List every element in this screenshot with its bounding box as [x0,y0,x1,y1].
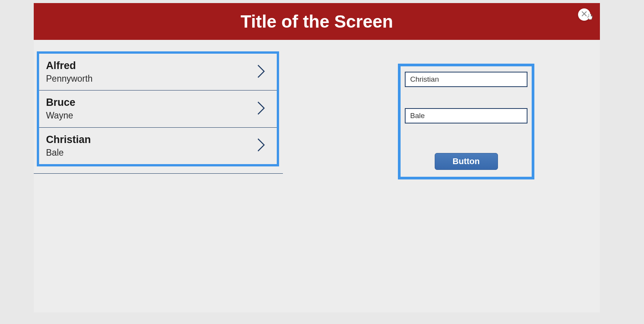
header: Title of the Screen [34,3,600,40]
close-button[interactable] [578,8,590,21]
divider [34,173,283,174]
screen-container: Title of the Screen Alfred Pennyworth Br… [34,3,600,312]
first-name-field[interactable] [405,72,527,87]
close-icon [582,11,587,18]
list-item-text: Alfred Pennyworth [46,59,92,85]
chevron-right-icon [257,101,265,117]
form-panel: Button [398,64,534,179]
last-name-field[interactable] [405,108,527,123]
list-item[interactable]: Alfred Pennyworth [39,54,277,90]
list-item-text: Bruce Wayne [46,96,76,122]
chevron-right-icon [257,64,265,80]
list-item[interactable]: Bruce Wayne [39,90,277,127]
body-area: Alfred Pennyworth Bruce Wayne Christ [34,40,600,312]
list-item-text: Christian Bale [46,133,91,159]
list-item-primary: Bruce [46,96,76,109]
list-item-secondary: Bale [46,146,91,159]
list-panel: Alfred Pennyworth Bruce Wayne Christ [37,51,279,166]
list-item-primary: Christian [46,133,91,146]
list-item-secondary: Wayne [46,109,76,122]
submit-button[interactable]: Button [435,153,498,170]
chevron-right-icon [257,138,265,154]
page-title: Title of the Screen [241,11,393,32]
list-item-secondary: Pennyworth [46,72,92,85]
list-item-primary: Alfred [46,59,92,72]
list-item[interactable]: Christian Bale [39,128,277,164]
